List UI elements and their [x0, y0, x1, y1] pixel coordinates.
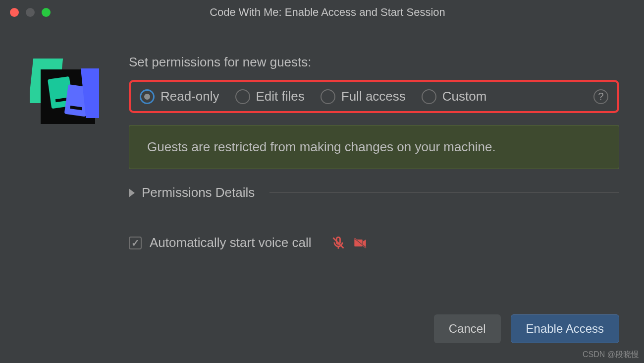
watermark: CSDN @段晓慢 — [583, 350, 639, 360]
radio-indicator-icon — [321, 89, 335, 104]
close-window-button[interactable] — [10, 8, 19, 17]
logo-column — [30, 55, 129, 250]
dialog-content: Set permissions for new guests: Read-onl… — [0, 25, 644, 260]
maximize-window-button[interactable] — [42, 8, 51, 17]
radio-full-access[interactable]: Full access — [321, 89, 406, 104]
radio-label: Edit files — [256, 89, 305, 104]
permissions-heading: Set permissions for new guests: — [129, 55, 619, 70]
radio-custom[interactable]: Custom — [422, 89, 487, 104]
radio-indicator-icon — [140, 89, 155, 104]
main-column: Set permissions for new guests: Read-onl… — [129, 55, 624, 250]
minimize-window-button[interactable] — [26, 8, 35, 17]
radio-label: Full access — [341, 89, 406, 104]
permissions-radio-group: Read-only Edit files Full access Custom … — [129, 80, 619, 113]
permission-info-box: Guests are restricted from making change… — [129, 125, 619, 169]
chevron-right-icon — [129, 188, 135, 197]
code-with-me-logo-icon — [30, 55, 99, 124]
titlebar: Code With Me: Enable Access and Start Se… — [0, 0, 644, 25]
expander-label: Permissions Details — [142, 185, 255, 200]
dialog-buttons: Cancel Enable Access — [434, 314, 619, 343]
voice-call-row: Automatically start voice call — [129, 235, 619, 250]
help-icon[interactable]: ? — [593, 89, 608, 104]
window-controls — [10, 8, 51, 17]
radio-label: Read-only — [161, 89, 219, 104]
radio-indicator-icon — [235, 89, 250, 104]
divider — [269, 192, 619, 193]
radio-edit-files[interactable]: Edit files — [235, 89, 305, 104]
radio-read-only[interactable]: Read-only — [140, 89, 219, 104]
permissions-details-expander[interactable]: Permissions Details — [129, 185, 619, 200]
checkbox-label: Automatically start voice call — [150, 235, 312, 250]
radio-indicator-icon — [422, 89, 436, 104]
cancel-button[interactable]: Cancel — [434, 314, 501, 343]
video-off-icon[interactable] — [353, 236, 367, 250]
enable-access-button[interactable]: Enable Access — [511, 314, 619, 343]
window-title: Code With Me: Enable Access and Start Se… — [51, 6, 604, 19]
radio-label: Custom — [442, 89, 487, 104]
microphone-muted-icon[interactable] — [331, 236, 345, 250]
auto-start-voice-checkbox[interactable] — [129, 237, 142, 249]
